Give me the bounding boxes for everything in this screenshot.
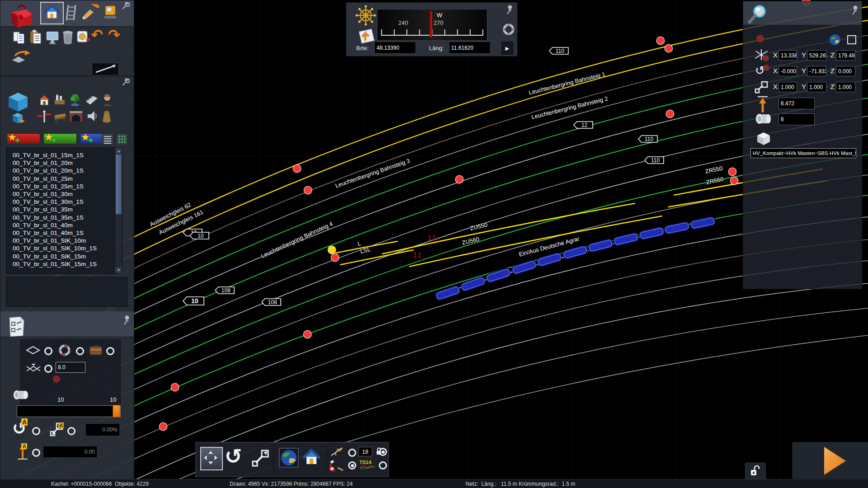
copy-structures-icon[interactable] [12,30,26,45]
goto-location-button[interactable]: ► [500,41,514,56]
selection-point-yellow[interactable] [328,246,335,253]
category-industry-icon[interactable] [54,94,66,106]
pin-icon[interactable] [123,315,131,325]
list-view-button[interactable] [102,133,113,145]
selection-point-red[interactable] [171,384,179,391]
undo-icon[interactable]: ↶ [91,28,103,42]
selection-point-red[interactable] [456,176,463,183]
list-item[interactable]: 00_TV_br_sl_01_35m [6,206,114,213]
wrench-icon[interactable] [122,78,130,86]
selection-point-red[interactable] [665,45,672,52]
position-z-field[interactable]: 179.484 [836,50,855,61]
magnifier-icon[interactable] [747,3,769,25]
world-checkbox[interactable] [847,35,856,44]
list-item[interactable]: 00_TV_br_sl_01_SIK_15m [6,253,114,260]
globe-icon[interactable] [829,34,841,46]
list-item[interactable]: 00_TV_br_sl_01_30m_1S [6,198,114,206]
category-sounds-icon[interactable] [86,110,98,122]
place-case-radio[interactable] [106,347,114,355]
random-rotation-radio[interactable] [32,427,40,435]
list-item[interactable]: 00_TV_br_sl_01_35m_1S [6,214,114,221]
list-item[interactable]: 00_TV_br_sl_01_SIK_10m [6,237,114,244]
selection-point-red[interactable] [160,423,167,430]
track-id-plate[interactable]: 12 [573,121,593,129]
crane-tool-icon[interactable] [104,3,117,21]
scale-x-field[interactable]: 1.000 [778,82,797,92]
scrollbar[interactable]: ▲ ▼ [115,148,122,273]
train-wagon[interactable] [562,245,588,259]
random-scale-radio[interactable] [67,427,75,435]
track-id-plate[interactable]: 108 [261,298,281,306]
list-item[interactable]: 00_TV_br_sl_01_30m [6,190,114,198]
count-field[interactable]: 6 [778,113,815,125]
life-ring-icon[interactable] [502,23,515,36]
latitude-field[interactable]: 48.13390 [374,42,416,54]
snap-value-field[interactable]: 18 [359,447,372,456]
track-bend-tool-icon[interactable] [11,48,31,64]
scale-tool-button[interactable] [251,449,270,468]
rotation-x-field[interactable]: -0.000 [778,66,797,76]
toolbox-icon[interactable] [8,1,36,29]
rotation-z-field[interactable]: 0.000 [836,66,855,76]
object-name-field[interactable]: HV_Kompakt~HVk Masten~SBS HVk Mast_5 [750,148,856,158]
move-tool-button[interactable] [200,447,223,470]
category-figures-icon[interactable] [102,94,113,106]
list-item[interactable]: 00_TV_br_sl_01_25m_1S [6,183,114,190]
random-height-radio[interactable] [32,449,40,457]
list-item[interactable]: 00_TV_br_sl_01_SIK_15m_1S [6,260,114,268]
paste-icon[interactable] [28,29,42,45]
list-item[interactable]: 00_TV_br_sl_01_25m [6,175,114,183]
home-tool-selected-frame[interactable] [40,2,64,24]
brush-tool-icon[interactable] [80,4,100,19]
train-wagon[interactable] [511,260,537,275]
selection-point-red[interactable] [657,37,664,44]
track-id-plate[interactable]: 108 [215,286,235,294]
list-item[interactable]: 00_TV_br_sl_01_20m_1S [6,167,114,174]
home-view-button[interactable] [302,449,321,467]
selection-point-red[interactable] [729,168,736,175]
small-cube-icon[interactable] [12,113,26,124]
train-wagon[interactable] [665,222,689,235]
magnet-radio[interactable] [348,461,356,469]
globe-2d-button[interactable] [279,448,299,468]
train-wagon[interactable] [435,285,460,300]
grid-view-button[interactable] [116,133,128,145]
list-item[interactable]: 00_TV_br_sl_01_40m_1S [6,229,114,237]
place-flat-radio[interactable] [44,347,52,355]
blue-cube-icon[interactable] [7,92,29,113]
random-percent-field[interactable]: 0.00% [85,423,120,436]
list-item[interactable]: 00_TV_br_sl_01_40m [6,221,114,229]
monitor-icon[interactable] [46,30,59,45]
train-wagon[interactable] [461,277,486,291]
train-wagon[interactable] [537,253,562,267]
map-locate-icon[interactable] [356,25,376,44]
train-wagon[interactable] [690,216,715,229]
selection-point-red[interactable] [666,110,674,117]
trash-icon[interactable] [62,30,74,45]
category-flora-icon[interactable] [69,94,81,106]
category-goods-icon[interactable] [101,110,113,123]
jack-radio[interactable] [44,365,52,373]
track-id-plate[interactable]: 10 [183,296,204,305]
train-wagon[interactable] [613,233,638,246]
track-id-plate[interactable]: 110 [549,47,569,55]
list-item[interactable]: 00_TV_br_sl_01_SIK_10m_1S [6,244,114,252]
play-button[interactable] [822,446,848,476]
count-slider-handle[interactable] [113,405,120,418]
position-y-field[interactable]: 529.261 [807,50,826,61]
height-field[interactable]: 6.472 [778,98,815,109]
crossing-marker[interactable] [413,251,422,260]
placement-options-icon[interactable] [6,316,27,338]
category-props-icon[interactable] [54,111,66,122]
spacing-input[interactable]: 8.0 [56,362,85,373]
count-slider[interactable] [17,405,121,417]
category-tracks-icon[interactable] [85,94,98,106]
ts14-radio[interactable] [379,461,387,469]
selection-point-red[interactable] [331,254,339,261]
track-id-plate[interactable]: 10 [189,232,209,239]
lock-button[interactable] [745,463,766,479]
navigation-wheel-icon[interactable] [354,4,377,27]
train-wagon[interactable] [639,227,664,240]
train-wagon[interactable] [588,239,613,253]
crossing-marker[interactable] [427,234,436,243]
